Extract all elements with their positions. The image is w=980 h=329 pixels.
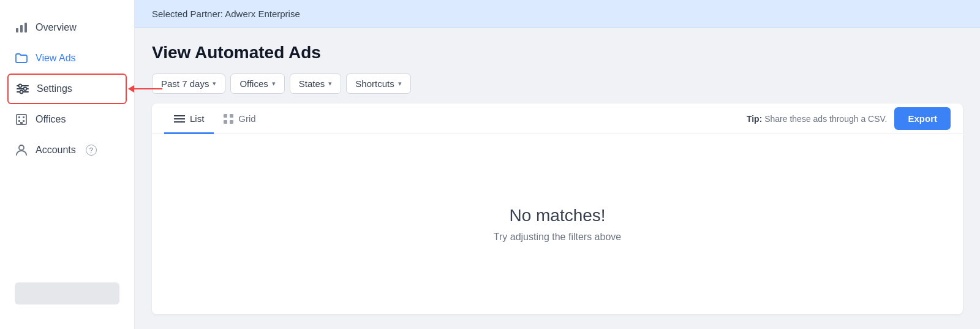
sidebar-item-view-ads[interactable]: View Ads xyxy=(0,43,134,74)
svg-rect-1 xyxy=(20,25,23,32)
chevron-down-icon: ▾ xyxy=(213,80,216,88)
tab-bar-right: Tip: Share these ads through a CSV. Expo… xyxy=(747,107,951,130)
partner-banner: Selected Partner: Adwerx Enterprise xyxy=(135,0,980,28)
grid-icon xyxy=(224,114,233,124)
tab-bar: List Grid xyxy=(152,104,963,134)
filter-states[interactable]: States ▾ xyxy=(290,74,342,94)
sidebar-footer xyxy=(0,273,134,317)
tip-body: Share these ads through a CSV. xyxy=(762,114,887,124)
main-content: Selected Partner: Adwerx Enterprise View… xyxy=(135,0,980,329)
filter-date-label: Past 7 days xyxy=(161,78,209,89)
sidebar-item-settings-label: Settings xyxy=(37,83,72,94)
content-area: View Automated Ads Past 7 days ▾ Offices… xyxy=(135,28,980,329)
main-card: List Grid xyxy=(152,104,963,314)
sidebar-item-overview-label: Overview xyxy=(36,22,77,33)
svg-rect-19 xyxy=(224,114,227,118)
empty-state-title: No matches! xyxy=(509,206,605,225)
export-button[interactable]: Export xyxy=(894,107,951,130)
sidebar-item-overview[interactable]: Overview xyxy=(0,12,134,43)
accounts-help-icon[interactable]: ? xyxy=(86,145,97,156)
folder-icon xyxy=(15,51,28,65)
svg-rect-13 xyxy=(23,120,24,122)
svg-rect-20 xyxy=(230,114,233,118)
tab-list[interactable]: List xyxy=(164,104,214,134)
svg-point-6 xyxy=(19,85,22,88)
chevron-down-icon: ▾ xyxy=(328,80,332,88)
page-title: View Automated Ads xyxy=(152,43,963,62)
partner-banner-text: Selected Partner: Adwerx Enterprise xyxy=(152,9,300,19)
tab-list-left: List Grid xyxy=(164,104,266,134)
sidebar-item-accounts-label: Accounts xyxy=(36,145,76,156)
filter-offices[interactable]: Offices ▾ xyxy=(230,74,284,94)
person-icon xyxy=(15,143,28,157)
svg-rect-10 xyxy=(18,116,20,118)
svg-rect-22 xyxy=(230,120,233,124)
sidebar-footer-button[interactable] xyxy=(15,282,119,304)
sidebar-item-accounts[interactable]: Accounts ? xyxy=(0,135,134,165)
arrow-indicator xyxy=(133,88,162,89)
svg-point-15 xyxy=(19,145,24,150)
filter-states-label: States xyxy=(299,78,325,89)
svg-rect-21 xyxy=(224,120,227,124)
list-icon xyxy=(174,115,185,123)
tip-prefix: Tip: xyxy=(747,114,762,124)
chevron-down-icon: ▾ xyxy=(272,80,276,88)
tip-text: Tip: Share these ads through a CSV. xyxy=(747,114,888,124)
sidebar: Overview View Ads Settings xyxy=(0,0,135,329)
tab-grid-label: Grid xyxy=(238,113,255,124)
sidebar-item-offices-label: Offices xyxy=(36,114,66,125)
sidebar-item-settings[interactable]: Settings xyxy=(7,74,127,104)
svg-rect-12 xyxy=(18,120,20,122)
bar-chart-icon xyxy=(15,21,28,34)
tab-list-label: List xyxy=(190,113,204,124)
filter-shortcuts[interactable]: Shortcuts ▾ xyxy=(346,74,410,94)
filter-offices-label: Offices xyxy=(239,78,268,89)
svg-point-7 xyxy=(24,88,27,91)
empty-state-subtitle: Try adjusting the filters above xyxy=(494,232,621,243)
filters-row: Past 7 days ▾ Offices ▾ States ▾ Shortcu… xyxy=(152,74,963,94)
svg-point-8 xyxy=(20,91,23,94)
chevron-down-icon: ▾ xyxy=(398,80,402,88)
svg-rect-0 xyxy=(16,28,18,32)
sliders-icon xyxy=(16,82,29,96)
svg-rect-14 xyxy=(20,122,23,124)
building-icon xyxy=(15,113,28,126)
empty-state: No matches! Try adjusting the filters ab… xyxy=(152,134,963,314)
tab-grid[interactable]: Grid xyxy=(214,104,265,134)
sidebar-item-offices[interactable]: Offices xyxy=(0,104,134,135)
filter-date[interactable]: Past 7 days ▾ xyxy=(152,74,225,94)
svg-rect-11 xyxy=(23,116,24,118)
filter-shortcuts-label: Shortcuts xyxy=(355,78,394,89)
svg-rect-2 xyxy=(24,23,27,32)
sidebar-item-view-ads-label: View Ads xyxy=(36,53,76,64)
